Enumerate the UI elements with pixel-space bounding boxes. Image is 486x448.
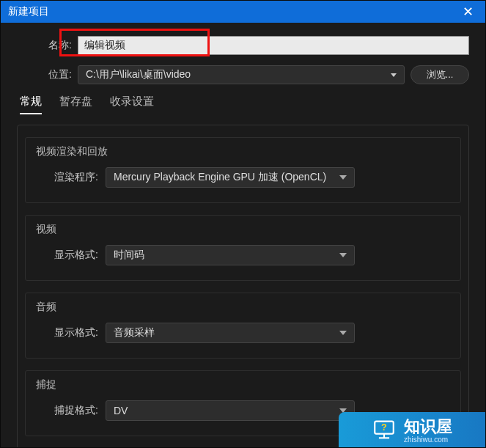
watermark: ? 知识屋 zhishiwu.com — [339, 412, 485, 447]
audio-display-label: 显示格式: — [36, 326, 98, 339]
renderer-label: 渲染程序: — [36, 171, 98, 184]
tab-scratch[interactable]: 暂存盘 — [59, 95, 92, 114]
section-title: 捕捉 — [36, 378, 450, 392]
close-icon[interactable]: ✕ — [458, 4, 478, 20]
renderer-row: 渲染程序: Mercury Playback Engine GPU 加速 (Op… — [36, 167, 450, 188]
capture-format-value: DV — [114, 405, 128, 416]
window-title: 新建项目 — [8, 5, 49, 18]
capture-format-label: 捕捉格式: — [36, 404, 98, 417]
location-value: C:\用户\likai\桌面\video — [86, 68, 191, 81]
titlebar: 新建项目 ✕ — [1, 1, 485, 23]
chevron-down-icon — [391, 73, 397, 77]
video-display-row: 显示格式: 时间码 — [36, 245, 450, 265]
name-input[interactable] — [78, 36, 469, 55]
location-row: 位置: C:\用户\likai\桌面\video 浏览... — [17, 65, 469, 84]
section-video-render: 视频渲染和回放 渲染程序: Mercury Playback Engine GP… — [25, 137, 461, 203]
section-title: 视频 — [36, 223, 450, 236]
section-title: 视频渲染和回放 — [36, 145, 450, 158]
svg-text:?: ? — [381, 422, 387, 433]
tab-ingest[interactable]: 收录设置 — [110, 95, 154, 114]
video-display-value: 时间码 — [114, 249, 144, 262]
renderer-select[interactable]: Mercury Playback Engine GPU 加速 (OpenCL) — [106, 167, 355, 188]
renderer-value: Mercury Playback Engine GPU 加速 (OpenCL) — [114, 171, 326, 184]
name-row: 名称: — [17, 36, 469, 55]
browse-button[interactable]: 浏览... — [410, 65, 469, 84]
video-display-select[interactable]: 时间码 — [106, 245, 355, 265]
audio-display-select[interactable]: 音频采样 — [106, 323, 355, 343]
audio-display-row: 显示格式: 音频采样 — [36, 323, 450, 343]
capture-format-select[interactable]: DV — [106, 400, 355, 421]
section-audio: 音频 显示格式: 音频采样 — [25, 293, 461, 359]
settings-panel: 视频渲染和回放 渲染程序: Mercury Playback Engine GP… — [17, 125, 469, 448]
audio-display-value: 音频采样 — [114, 326, 155, 339]
chevron-down-icon — [339, 253, 347, 257]
tab-general[interactable]: 常规 — [20, 95, 42, 114]
content-area: 名称: 位置: C:\用户\likai\桌面\video 浏览... 常规 暂存… — [1, 23, 485, 448]
location-label: 位置: — [17, 68, 72, 81]
watermark-main: 知识屋 — [404, 416, 452, 438]
chevron-down-icon — [339, 175, 347, 180]
monitor-icon: ? — [372, 417, 397, 442]
location-select[interactable]: C:\用户\likai\桌面\video — [78, 65, 405, 84]
section-video: 视频 显示格式: 时间码 — [25, 215, 461, 281]
chevron-down-icon — [339, 331, 347, 335]
watermark-sub: zhishiwu.com — [404, 436, 448, 444]
watermark-text: 知识屋 zhishiwu.com — [404, 416, 452, 444]
name-label: 名称: — [17, 39, 72, 52]
section-title: 音频 — [36, 301, 450, 314]
video-display-label: 显示格式: — [36, 249, 98, 262]
tabs: 常规 暂存盘 收录设置 — [20, 95, 469, 114]
